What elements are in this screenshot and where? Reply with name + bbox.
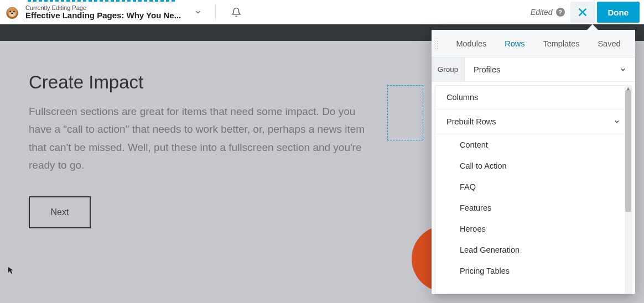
dropdown-header-prebuilt[interactable]: Prebuilt Rows [435,109,631,134]
dropdown-item-features[interactable]: Features [435,197,631,218]
notifications-icon[interactable] [221,7,251,17]
panel-tabs: Modules Rows Templates Saved [432,30,635,58]
group-button[interactable]: Group [432,58,465,81]
tab-modules[interactable]: Modules [453,39,490,48]
svg-point-4 [13,11,15,12]
hero-title: Create Impact [29,72,370,93]
done-button[interactable]: Done [597,2,640,23]
dropdown-item-content[interactable]: Content [435,134,631,155]
top-bar: Currently Editing Page Effective Landing… [0,0,644,24]
page-title-block[interactable]: Currently Editing Page Effective Landing… [25,4,181,20]
drag-handle-icon[interactable] [435,38,438,51]
scrollbar-thumb[interactable] [625,90,631,212]
hero-body: Fullscreen sections are great for items … [29,103,370,174]
close-panel-button[interactable] [570,2,595,23]
page-title: Effective Landing Pages: Why You Ne... [25,11,181,20]
hero-section[interactable]: Create Impact Fullscreen sections are gr… [0,41,398,259]
dropdown-item-heroes[interactable]: Heroes [435,218,631,239]
divider [215,4,216,20]
next-button[interactable]: Next [29,196,91,228]
dropdown-item-call-to-action[interactable]: Call to Action [435,155,631,176]
help-icon[interactable]: ? [556,8,565,17]
group-select-value: Profiles [474,65,500,74]
svg-rect-6 [12,14,12,16]
drop-zone[interactable] [387,85,423,140]
tab-saved[interactable]: Saved [594,39,624,48]
group-dropdown: ▲ Columns Prebuilt Rows Content Call to … [435,85,632,294]
brand-icon [4,4,20,20]
dropdown-item-lead-generation[interactable]: Lead Generation [435,239,631,260]
dropdown-item-faq[interactable]: FAQ [435,176,631,197]
edited-label: Edited [531,8,553,17]
chevron-down-icon [620,66,626,73]
svg-point-5 [11,13,13,14]
svg-rect-7 [12,14,13,16]
tab-templates[interactable]: Templates [539,39,583,48]
filter-row: Group Profiles [432,58,635,82]
scrollbar-track[interactable]: ▲ [625,86,631,294]
tab-rows[interactable]: Rows [501,39,528,48]
group-select[interactable]: Profiles [465,58,635,81]
editing-label: Currently Editing Page [25,4,181,11]
dropdown-item-pricing-tables[interactable]: Pricing Tables [435,260,631,281]
edited-status: Edited ? [531,8,568,17]
page-dropdown-toggle[interactable] [186,8,210,16]
content-panel[interactable]: Modules Rows Templates Saved Group Profi… [432,30,635,294]
edit-marker [28,0,177,2]
chevron-down-icon [614,118,620,125]
svg-point-3 [9,11,11,12]
dropdown-item-columns[interactable]: Columns [435,86,631,109]
dropdown-header-label: Prebuilt Rows [446,117,496,126]
cursor-icon [8,267,14,274]
